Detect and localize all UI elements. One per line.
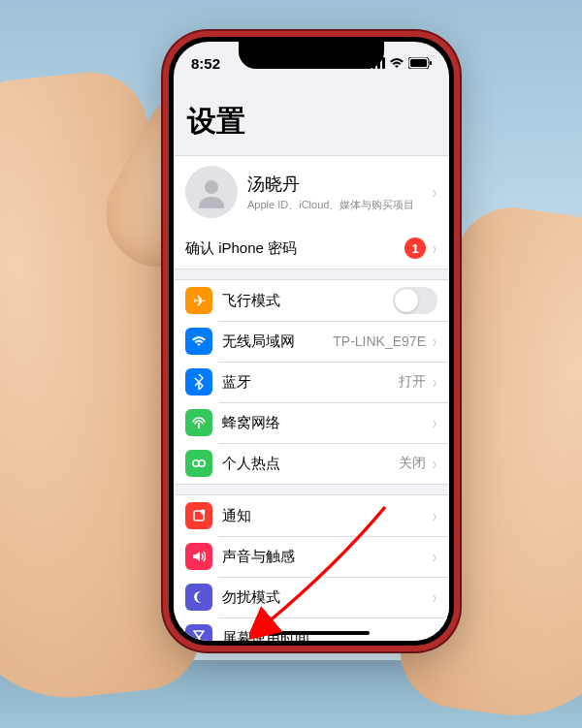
profile-name: 汤晓丹 (247, 173, 432, 196)
wifi-label: 无线局域网 (222, 332, 333, 351)
home-indicator[interactable] (253, 631, 370, 635)
confirm-passcode-label: 确认 iPhone 密码 (185, 239, 404, 258)
screentime-row[interactable]: 屏幕使用时间 › (174, 617, 449, 641)
system-group-1: 通知 › 声音与触感 › 勿扰模式 (174, 494, 449, 641)
notifications-label: 通知 (222, 507, 432, 525)
network-group: ✈︎ 飞行模式 无线局域网 TP-LINK_E97E › (174, 279, 449, 485)
wifi-icon (389, 57, 404, 69)
chevron-right-icon: › (433, 588, 436, 606)
settings-content[interactable]: 设置 汤晓丹 Apple ID、iCloud、媒体与购买项目 › 确认 iPho… (174, 84, 449, 641)
cellular-icon (185, 409, 212, 436)
airplane-toggle[interactable] (393, 287, 437, 314)
chevron-right-icon: › (433, 455, 436, 472)
chevron-right-icon: › (433, 414, 436, 431)
bluetooth-value: 打开 (399, 373, 426, 391)
chevron-right-icon: › (433, 239, 436, 257)
avatar (185, 166, 238, 218)
screen: 8:52 设置 汤晓丹 Apple ID、iCloud、媒体与购买项目 (174, 42, 449, 641)
chevron-right-icon: › (433, 183, 436, 201)
chevron-right-icon: › (433, 373, 436, 391)
wifi-row[interactable]: 无线局域网 TP-LINK_E97E › (174, 321, 449, 362)
hourglass-icon (185, 624, 212, 641)
sounds-icon (185, 543, 212, 570)
battery-icon (408, 57, 432, 69)
cellular-label: 蜂窝网络 (222, 414, 432, 432)
badge-count: 1 (404, 237, 426, 259)
confirm-passcode-row[interactable]: 确认 iPhone 密码 1 › (174, 228, 449, 269)
iphone-device: 8:52 设置 汤晓丹 Apple ID、iCloud、媒体与购买项目 (163, 31, 460, 651)
bluetooth-icon (185, 368, 212, 396)
notifications-icon (185, 502, 212, 529)
chevron-right-icon: › (433, 629, 436, 641)
page-title: 设置 (174, 84, 449, 147)
sounds-row[interactable]: 声音与触感 › (174, 536, 449, 577)
notch (239, 42, 384, 69)
dnd-row[interactable]: 勿扰模式 › (174, 577, 449, 617)
svg-rect-6 (430, 61, 432, 65)
profile-subtitle: Apple ID、iCloud、媒体与购买项目 (247, 198, 432, 212)
bluetooth-label: 蓝牙 (222, 373, 399, 392)
sounds-label: 声音与触感 (222, 548, 432, 566)
chevron-right-icon: › (433, 507, 436, 524)
airplane-mode-row[interactable]: ✈︎ 飞行模式 (174, 280, 449, 321)
cellular-row[interactable]: 蜂窝网络 › (174, 402, 449, 443)
hotspot-label: 个人热点 (222, 455, 399, 473)
airplane-label: 飞行模式 (222, 292, 393, 310)
svg-rect-8 (198, 423, 200, 428)
bluetooth-row[interactable]: 蓝牙 打开 › (174, 362, 449, 402)
hotspot-row[interactable]: 个人热点 关闭 › (174, 443, 449, 484)
hotspot-value: 关闭 (399, 455, 426, 472)
wifi-settings-icon (185, 328, 212, 355)
apple-id-row[interactable]: 汤晓丹 Apple ID、iCloud、媒体与购买项目 › (174, 155, 449, 228)
chevron-right-icon: › (433, 548, 436, 565)
hotspot-icon (185, 450, 212, 477)
svg-rect-5 (410, 59, 427, 67)
notifications-row[interactable]: 通知 › (174, 495, 449, 536)
chevron-right-icon: › (433, 332, 436, 350)
status-time: 8:52 (191, 55, 220, 72)
moon-icon (185, 584, 212, 611)
svg-rect-3 (382, 57, 385, 69)
airplane-icon: ✈︎ (185, 287, 212, 314)
wifi-value: TP-LINK_E97E (333, 333, 426, 349)
svg-point-12 (201, 510, 206, 515)
svg-point-7 (205, 180, 218, 194)
dnd-label: 勿扰模式 (222, 588, 432, 607)
